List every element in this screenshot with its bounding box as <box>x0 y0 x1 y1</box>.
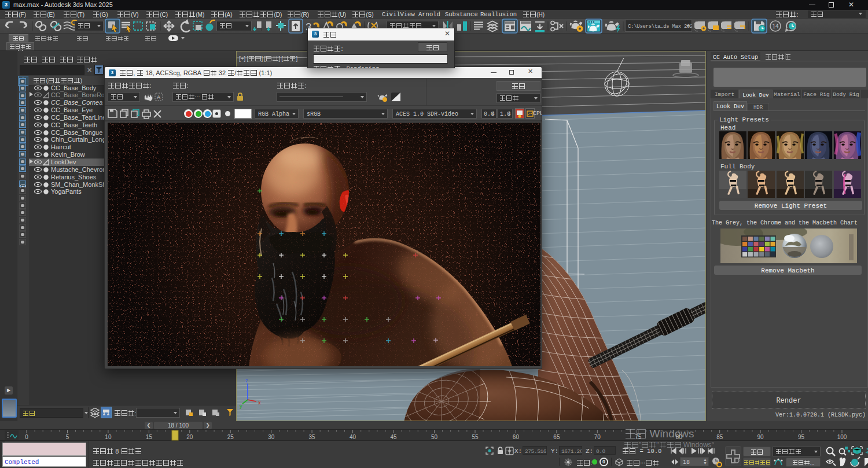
svg-text:100: 100 <box>837 434 847 440</box>
svg-text:55: 55 <box>472 434 479 440</box>
svg-text:85: 85 <box>716 434 723 440</box>
svg-text:15: 15 <box>146 434 153 440</box>
svg-text:z: z <box>245 378 248 384</box>
svg-text:20: 20 <box>186 434 193 440</box>
svg-text:60: 60 <box>513 434 520 440</box>
svg-text:50: 50 <box>431 434 438 440</box>
svg-text:70: 70 <box>594 434 601 440</box>
svg-text:y: y <box>240 403 242 409</box>
svg-text:90: 90 <box>757 434 764 440</box>
svg-text:14: 14 <box>773 23 779 30</box>
svg-text:25: 25 <box>227 434 234 440</box>
svg-text:95: 95 <box>798 434 805 440</box>
svg-text:5: 5 <box>66 434 69 440</box>
svg-text:30: 30 <box>268 434 275 440</box>
svg-text:45: 45 <box>390 434 397 440</box>
svg-text:x: x <box>258 400 261 406</box>
svg-text:35: 35 <box>309 434 316 440</box>
svg-text:10: 10 <box>105 434 112 440</box>
svg-text:65: 65 <box>553 434 560 440</box>
svg-text:40: 40 <box>350 434 356 440</box>
svg-text:0: 0 <box>25 434 28 440</box>
svg-text:A: A <box>157 94 160 100</box>
